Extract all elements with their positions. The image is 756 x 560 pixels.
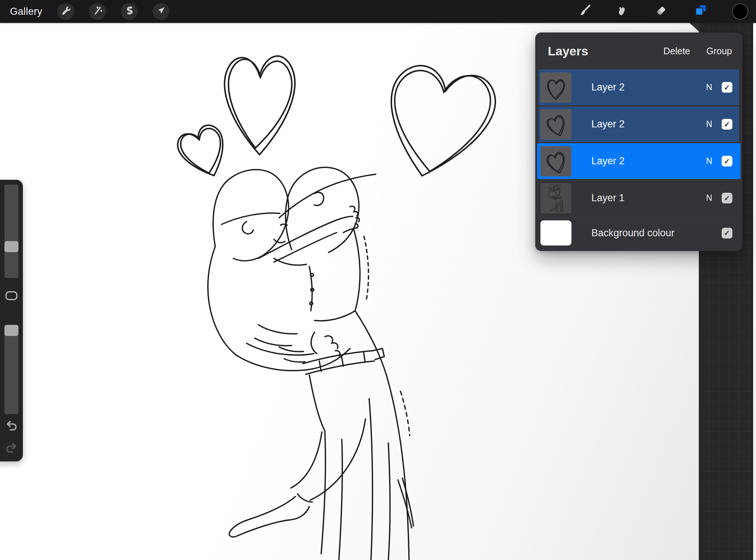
transform-arrow-icon: [155, 4, 167, 18]
blend-mode-button[interactable]: N: [702, 119, 717, 129]
layer-thumbnail[interactable]: [540, 146, 571, 176]
layer-thumbnail[interactable]: [540, 183, 571, 213]
redo-arrow-icon: [4, 440, 19, 457]
layer-name: Layer 1: [591, 192, 702, 204]
layers-panel: Layers Delete Group Layer 2 N ✓: [535, 32, 742, 251]
layer-row-selected[interactable]: Layer 2 N ✓: [537, 143, 740, 179]
layer-thumbnail[interactable]: [540, 72, 571, 103]
smudge-tool-button[interactable]: [614, 3, 631, 20]
brush-size-slider[interactable]: [4, 185, 18, 278]
layer-row[interactable]: Layer 1 N ✓: [539, 180, 739, 216]
layer-name: Layer 2: [591, 155, 702, 167]
eraser-icon: [654, 3, 669, 20]
modify-button[interactable]: [6, 291, 17, 300]
magic-wand-icon: [91, 4, 104, 18]
background-colour-thumbnail[interactable]: [540, 220, 571, 245]
screen-edge-strip: [752, 23, 756, 560]
actions-button[interactable]: [57, 3, 74, 20]
side-toolbar: [0, 180, 23, 461]
delete-button[interactable]: Delete: [663, 46, 690, 56]
layers-stack-icon: [693, 3, 708, 20]
wrench-icon: [59, 4, 72, 18]
smudge-finger-icon: [615, 3, 630, 20]
top-toolbar: Gallery: [0, 0, 756, 23]
brush-size-handle[interactable]: [4, 241, 18, 252]
blend-mode-button[interactable]: N: [702, 156, 717, 166]
visibility-checkbox[interactable]: ✓: [722, 193, 732, 203]
layer-row[interactable]: Layer 2 N ✓: [539, 106, 739, 142]
procreate-app: Gallery: [0, 0, 756, 560]
opacity-handle[interactable]: [4, 325, 18, 336]
undo-arrow-icon: [4, 418, 19, 435]
visibility-checkbox[interactable]: ✓: [722, 82, 732, 93]
blend-mode-button[interactable]: N: [702, 193, 717, 203]
opacity-slider[interactable]: [4, 325, 18, 414]
selection-s-icon: [123, 4, 135, 18]
color-circle-icon[interactable]: [732, 3, 748, 20]
paintbrush-icon: [577, 3, 592, 20]
gallery-button[interactable]: Gallery: [10, 6, 42, 17]
redo-button[interactable]: [3, 441, 20, 456]
layer-list: Layer 2 N ✓ Layer 2 N ✓: [535, 69, 742, 248]
canvas-area: Layers Delete Group Layer 2 N ✓: [0, 23, 756, 560]
erase-tool-button[interactable]: [653, 3, 670, 20]
blend-mode-button[interactable]: N: [702, 82, 717, 92]
layers-title: Layers: [548, 44, 647, 58]
undo-button[interactable]: [3, 419, 20, 434]
brush-tool-button[interactable]: [576, 3, 593, 20]
visibility-checkbox[interactable]: ✓: [722, 119, 732, 130]
background-colour-row[interactable]: Background colour ✓: [539, 217, 739, 248]
layers-panel-header: Layers Delete Group: [535, 32, 742, 69]
layer-name: Layer 2: [591, 118, 702, 130]
layer-name: Background colour: [591, 227, 702, 239]
layer-name: Layer 2: [591, 82, 702, 93]
selection-button[interactable]: [121, 3, 138, 20]
group-button[interactable]: Group: [707, 46, 732, 56]
transform-button[interactable]: [152, 3, 169, 20]
adjustments-button[interactable]: [89, 3, 106, 20]
visibility-checkbox[interactable]: ✓: [722, 228, 732, 238]
visibility-checkbox[interactable]: ✓: [722, 156, 732, 166]
layer-row[interactable]: Layer 2 N ✓: [539, 69, 739, 105]
layers-panel-button[interactable]: [692, 3, 709, 20]
layer-thumbnail[interactable]: [540, 109, 571, 140]
